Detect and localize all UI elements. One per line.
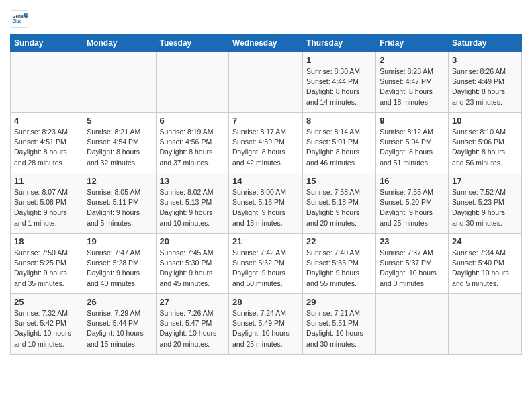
day-info: Sunrise: 8:28 AMSunset: 4:47 PMDaylight:… — [380, 66, 445, 107]
calendar-cell: 5Sunrise: 8:21 AMSunset: 4:54 PMDaylight… — [83, 113, 156, 173]
day-number: 26 — [87, 297, 152, 307]
day-number: 4 — [14, 116, 79, 126]
day-info: Sunrise: 7:45 AMSunset: 5:30 PMDaylight:… — [160, 248, 226, 289]
day-info: Sunrise: 8:05 AMSunset: 5:11 PMDaylight:… — [87, 187, 152, 228]
day-number: 15 — [306, 176, 372, 186]
calendar-cell: 15Sunrise: 7:58 AMSunset: 5:18 PMDayligh… — [303, 173, 376, 234]
day-info: Sunrise: 7:32 AMSunset: 5:42 PMDaylight:… — [14, 308, 79, 349]
calendar-cell: 19Sunrise: 7:47 AMSunset: 5:28 PMDayligh… — [83, 234, 156, 294]
day-info: Sunrise: 8:02 AMSunset: 5:13 PMDaylight:… — [160, 187, 226, 228]
day-number: 19 — [87, 236, 152, 246]
day-number: 6 — [160, 116, 226, 126]
weekday-header-wednesday: Wednesday — [229, 34, 303, 52]
calendar-cell — [229, 52, 303, 113]
calendar-cell: 4Sunrise: 8:23 AMSunset: 4:51 PMDaylight… — [11, 113, 83, 173]
day-number: 24 — [452, 236, 518, 246]
calendar-cell — [449, 294, 522, 355]
day-info: Sunrise: 8:23 AMSunset: 4:51 PMDaylight:… — [14, 127, 79, 168]
day-number: 17 — [452, 176, 518, 186]
day-number: 29 — [306, 297, 372, 307]
day-info: Sunrise: 7:37 AMSunset: 5:37 PMDaylight:… — [380, 248, 445, 289]
calendar-cell: 29Sunrise: 7:21 AMSunset: 5:51 PMDayligh… — [303, 294, 376, 355]
calendar-table: SundayMondayTuesdayWednesdayThursdayFrid… — [10, 34, 522, 355]
calendar-cell: 9Sunrise: 8:12 AMSunset: 5:04 PMDaylight… — [376, 113, 449, 173]
day-info: Sunrise: 7:21 AMSunset: 5:51 PMDaylight:… — [306, 308, 372, 349]
day-info: Sunrise: 8:30 AMSunset: 4:44 PMDaylight:… — [306, 66, 372, 107]
calendar-cell: 28Sunrise: 7:24 AMSunset: 5:49 PMDayligh… — [229, 294, 303, 355]
day-info: Sunrise: 7:47 AMSunset: 5:28 PMDaylight:… — [87, 248, 152, 289]
day-info: Sunrise: 7:50 AMSunset: 5:25 PMDaylight:… — [14, 248, 79, 289]
day-info: Sunrise: 8:19 AMSunset: 4:56 PMDaylight:… — [160, 127, 226, 168]
day-info: Sunrise: 7:58 AMSunset: 5:18 PMDaylight:… — [306, 187, 372, 228]
day-number: 25 — [14, 297, 79, 307]
day-info: Sunrise: 7:40 AMSunset: 5:35 PMDaylight:… — [306, 248, 372, 289]
day-number: 22 — [306, 236, 372, 246]
calendar-cell: 22Sunrise: 7:40 AMSunset: 5:35 PMDayligh… — [303, 234, 376, 294]
day-number: 16 — [380, 176, 445, 186]
weekday-header-saturday: Saturday — [449, 34, 522, 52]
day-info: Sunrise: 7:26 AMSunset: 5:47 PMDaylight:… — [160, 308, 226, 349]
day-info: Sunrise: 7:29 AMSunset: 5:44 PMDaylight:… — [87, 308, 152, 349]
calendar-cell: 26Sunrise: 7:29 AMSunset: 5:44 PMDayligh… — [83, 294, 156, 355]
calendar-cell — [376, 294, 449, 355]
weekday-header-friday: Friday — [376, 34, 449, 52]
day-number: 18 — [14, 236, 79, 246]
calendar-cell: 25Sunrise: 7:32 AMSunset: 5:42 PMDayligh… — [11, 294, 83, 355]
day-number: 14 — [232, 176, 299, 186]
day-number: 21 — [232, 236, 299, 246]
day-number: 1 — [306, 55, 372, 65]
calendar-cell: 3Sunrise: 8:26 AMSunset: 4:49 PMDaylight… — [449, 52, 522, 113]
calendar-cell — [83, 52, 156, 113]
calendar-cell: 7Sunrise: 8:17 AMSunset: 4:59 PMDaylight… — [229, 113, 303, 173]
day-info: Sunrise: 7:34 AMSunset: 5:40 PMDaylight:… — [452, 248, 518, 289]
weekday-header-thursday: Thursday — [303, 34, 376, 52]
day-number: 23 — [380, 236, 445, 246]
day-number: 12 — [87, 176, 152, 186]
day-info: Sunrise: 8:26 AMSunset: 4:49 PMDaylight:… — [452, 66, 518, 107]
day-info: Sunrise: 8:17 AMSunset: 4:59 PMDaylight:… — [232, 127, 299, 168]
calendar-cell: 8Sunrise: 8:14 AMSunset: 5:01 PMDaylight… — [303, 113, 376, 173]
svg-text:Blue: Blue — [13, 19, 22, 24]
day-number: 7 — [232, 116, 299, 126]
calendar-cell: 27Sunrise: 7:26 AMSunset: 5:47 PMDayligh… — [156, 294, 229, 355]
calendar-cell: 12Sunrise: 8:05 AMSunset: 5:11 PMDayligh… — [83, 173, 156, 234]
calendar-cell: 2Sunrise: 8:28 AMSunset: 4:47 PMDaylight… — [376, 52, 449, 113]
day-number: 11 — [14, 176, 79, 186]
day-info: Sunrise: 8:10 AMSunset: 5:06 PMDaylight:… — [452, 127, 518, 168]
day-number: 2 — [380, 55, 445, 65]
logo-icon: General Blue — [10, 9, 29, 28]
calendar-cell: 10Sunrise: 8:10 AMSunset: 5:06 PMDayligh… — [449, 113, 522, 173]
calendar-cell: 17Sunrise: 7:52 AMSunset: 5:23 PMDayligh… — [449, 173, 522, 234]
day-info: Sunrise: 8:00 AMSunset: 5:16 PMDaylight:… — [232, 187, 299, 228]
day-info: Sunrise: 7:55 AMSunset: 5:20 PMDaylight:… — [380, 187, 445, 228]
calendar-cell — [156, 52, 229, 113]
weekday-header-tuesday: Tuesday — [156, 34, 229, 52]
calendar-cell: 18Sunrise: 7:50 AMSunset: 5:25 PMDayligh… — [11, 234, 83, 294]
weekday-header-sunday: Sunday — [11, 34, 83, 52]
calendar-cell: 6Sunrise: 8:19 AMSunset: 4:56 PMDaylight… — [156, 113, 229, 173]
calendar-cell: 21Sunrise: 7:42 AMSunset: 5:32 PMDayligh… — [229, 234, 303, 294]
day-number: 5 — [87, 116, 152, 126]
calendar-cell: 20Sunrise: 7:45 AMSunset: 5:30 PMDayligh… — [156, 234, 229, 294]
day-number: 10 — [452, 116, 518, 126]
day-number: 28 — [232, 297, 299, 307]
calendar-cell: 1Sunrise: 8:30 AMSunset: 4:44 PMDaylight… — [303, 52, 376, 113]
day-info: Sunrise: 7:52 AMSunset: 5:23 PMDaylight:… — [452, 187, 518, 228]
day-number: 27 — [160, 297, 226, 307]
day-info: Sunrise: 8:21 AMSunset: 4:54 PMDaylight:… — [87, 127, 152, 168]
day-number: 8 — [306, 116, 372, 126]
calendar-cell: 14Sunrise: 8:00 AMSunset: 5:16 PMDayligh… — [229, 173, 303, 234]
day-number: 3 — [452, 55, 518, 65]
weekday-header-monday: Monday — [83, 34, 156, 52]
day-info: Sunrise: 8:14 AMSunset: 5:01 PMDaylight:… — [306, 127, 372, 168]
day-number: 13 — [160, 176, 226, 186]
calendar-cell: 24Sunrise: 7:34 AMSunset: 5:40 PMDayligh… — [449, 234, 522, 294]
day-info: Sunrise: 7:24 AMSunset: 5:49 PMDaylight:… — [232, 308, 299, 349]
header: General Blue — [10, 7, 522, 28]
calendar-cell: 11Sunrise: 8:07 AMSunset: 5:08 PMDayligh… — [11, 173, 83, 234]
calendar-cell — [11, 52, 83, 113]
logo: General Blue — [10, 9, 32, 28]
day-info: Sunrise: 7:42 AMSunset: 5:32 PMDaylight:… — [232, 248, 299, 289]
calendar-cell: 16Sunrise: 7:55 AMSunset: 5:20 PMDayligh… — [376, 173, 449, 234]
day-info: Sunrise: 8:07 AMSunset: 5:08 PMDaylight:… — [14, 187, 79, 228]
